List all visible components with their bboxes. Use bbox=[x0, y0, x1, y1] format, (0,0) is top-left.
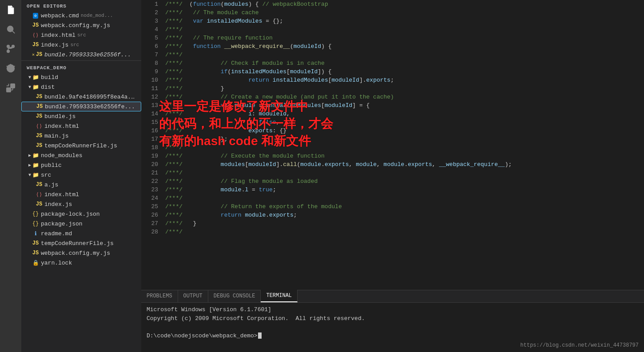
file-label: bundle.js bbox=[44, 113, 76, 120]
file-label: yarn.lock bbox=[41, 260, 72, 266]
debug-icon[interactable] bbox=[4, 62, 17, 75]
folder-icon: 📁 bbox=[32, 83, 39, 91]
file-label: package-lock.json bbox=[41, 211, 100, 218]
arrow-icon: ▶ bbox=[28, 153, 31, 158]
folder-icon: 📁 bbox=[32, 171, 39, 178]
js-icon: JS bbox=[36, 51, 43, 58]
list-item[interactable]: JS webpack.config.my.js bbox=[21, 20, 141, 30]
terminal-line: Copyright (c) 2009 Microsoft Corporation… bbox=[147, 314, 639, 323]
editor-area: 12345 678910 1112131415 1617181920 21222… bbox=[141, 0, 644, 290]
folder-icon: 📁 bbox=[32, 162, 39, 169]
js-icon: JS bbox=[36, 132, 43, 139]
js-icon: JS bbox=[36, 93, 43, 100]
js-icon: JS bbox=[32, 22, 39, 29]
html-icon: ⟨⟩ bbox=[36, 191, 43, 198]
file-label: readme.md bbox=[41, 230, 72, 237]
svg-line-4 bbox=[12, 31, 15, 34]
arrow-icon: ▶ bbox=[28, 162, 31, 168]
js-icon: JS bbox=[36, 103, 43, 110]
file-label: bundle.79593333e62556f... bbox=[44, 51, 131, 58]
html-icon: ⟨⟩ bbox=[32, 32, 39, 39]
svg-point-5 bbox=[7, 45, 10, 48]
list-item[interactable]: JS bundle.9afe4186995f8ea4a... bbox=[21, 92, 141, 102]
sidebar: OPEN EDITORS ⚙ webpack.cmd node_mod... J… bbox=[21, 0, 141, 352]
json-icon: {} bbox=[32, 210, 39, 218]
svg-rect-2 bbox=[9, 12, 11, 12]
list-item[interactable]: JS bundle.js bbox=[21, 111, 141, 121]
file-label: bundle.79593333e62556fe... bbox=[45, 103, 135, 110]
svg-point-6 bbox=[7, 50, 10, 53]
arrow-icon: ▼ bbox=[28, 173, 31, 178]
file-label: index.html bbox=[44, 123, 79, 130]
file-badge: src bbox=[70, 42, 79, 47]
file-label: index.js bbox=[44, 201, 72, 208]
list-item[interactable]: JS index.js bbox=[21, 199, 141, 209]
list-item[interactable]: ⟨⟩ index.html bbox=[21, 190, 141, 199]
file-label: a.js bbox=[44, 182, 58, 188]
list-item[interactable]: JS main.js bbox=[21, 131, 141, 141]
file-icon: ⚙ bbox=[32, 12, 39, 19]
list-item[interactable]: ⚙ webpack.cmd node_mod... bbox=[21, 11, 141, 20]
open-editors-title: OPEN EDITORS bbox=[21, 0, 141, 11]
list-item[interactable]: ⟨⟩ index.html src bbox=[21, 30, 141, 40]
terminal-tabs: PROBLEMS OUTPUT DEBUG CONSOLE TERMINAL bbox=[141, 290, 644, 303]
list-item[interactable]: ✕ JS bundle.79593333e62556f... bbox=[21, 50, 141, 59]
file-label: tempCodeRunnerFile.js bbox=[41, 240, 114, 247]
list-item[interactable]: ▶ 📁 node_modules bbox=[21, 150, 141, 160]
list-item[interactable]: {} package.json bbox=[21, 219, 141, 229]
list-item[interactable]: JS a.js bbox=[21, 180, 141, 190]
list-item[interactable]: ▼ 📁 dist bbox=[21, 82, 141, 92]
tab-terminal[interactable]: TERMINAL bbox=[261, 290, 298, 302]
activity-bar bbox=[0, 0, 21, 352]
js-icon: JS bbox=[32, 41, 39, 48]
info-icon: ℹ bbox=[32, 230, 39, 237]
list-item[interactable]: JS bundle.79593333e62556fe... bbox=[21, 102, 141, 111]
terminal-cursor bbox=[258, 332, 262, 339]
list-item[interactable]: {} package-lock.json bbox=[21, 209, 141, 219]
list-item[interactable]: JS index.js src bbox=[21, 40, 141, 50]
list-item[interactable]: 🔒 yarn.lock bbox=[21, 258, 141, 268]
svg-rect-10 bbox=[11, 84, 15, 88]
list-item[interactable]: JS webpack.config.my.js bbox=[21, 248, 141, 258]
search-icon[interactable] bbox=[4, 23, 17, 36]
file-badge: node_mod... bbox=[81, 13, 113, 18]
tab-problems[interactable]: PROBLEMS bbox=[141, 290, 178, 302]
list-item[interactable]: ▶ 📁 public bbox=[21, 160, 141, 170]
terminal-line: D:\code\nodejscode\webpack_demo> bbox=[147, 332, 639, 340]
list-item[interactable]: ▼ 📁 build bbox=[21, 72, 141, 82]
tab-output[interactable]: OUTPUT bbox=[178, 290, 208, 302]
file-label: index.html bbox=[44, 191, 79, 198]
svg-rect-1 bbox=[9, 10, 12, 11]
file-label: webpack.config.my.js bbox=[41, 250, 110, 257]
json-icon: {} bbox=[32, 220, 39, 227]
svg-rect-0 bbox=[9, 9, 12, 9]
list-item[interactable]: JS tempCodeRunnerFile.js bbox=[21, 141, 141, 150]
file-label: index.js bbox=[41, 42, 68, 48]
folder-icon: 📁 bbox=[32, 74, 39, 81]
main-area: 12345 678910 1112131415 1617181920 21222… bbox=[141, 0, 644, 352]
js-icon: JS bbox=[36, 181, 43, 188]
tab-debug-console[interactable]: DEBUG CONSOLE bbox=[208, 290, 261, 302]
files-icon[interactable] bbox=[4, 4, 17, 16]
js-icon: JS bbox=[32, 240, 39, 247]
folder-icon: 📁 bbox=[32, 152, 39, 159]
terminal-line bbox=[147, 323, 639, 332]
code-content: /***/ (function(modules) { // webpackBoo… bbox=[163, 0, 644, 290]
code-container[interactable]: 12345 678910 1112131415 1617181920 21222… bbox=[141, 0, 644, 290]
list-item[interactable]: ▼ 📁 src bbox=[21, 170, 141, 180]
arrow-icon: ▼ bbox=[28, 85, 31, 90]
file-label: src bbox=[41, 172, 51, 178]
list-item[interactable]: ℹ readme.md bbox=[21, 229, 141, 238]
modified-icon: ✕ bbox=[32, 52, 35, 57]
html-icon: ⟨⟩ bbox=[36, 123, 43, 130]
watermark: https://blog.csdn.net/weixin_44738797 bbox=[521, 342, 639, 348]
extensions-icon[interactable] bbox=[4, 82, 17, 94]
js-icon: JS bbox=[36, 201, 43, 208]
source-control-icon[interactable] bbox=[4, 43, 17, 55]
list-item[interactable]: ⟨⟩ index.html bbox=[21, 121, 141, 131]
list-item[interactable]: JS tempCodeRunnerFile.js bbox=[21, 238, 141, 248]
file-label: bundle.9afe4186995f8ea4a... bbox=[44, 94, 138, 100]
file-label: main.js bbox=[44, 133, 69, 139]
file-label: tempCodeRunnerFile.js bbox=[44, 142, 117, 149]
file-label: dist bbox=[41, 84, 55, 91]
